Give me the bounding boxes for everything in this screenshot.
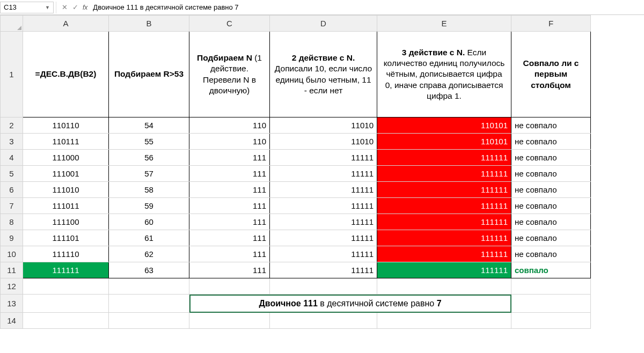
cell-F[interactable]: не совпало [511, 150, 591, 166]
col-header-B[interactable]: B [109, 16, 189, 32]
cell-A[interactable]: 111000 [23, 150, 109, 166]
cell-A[interactable]: 110111 [23, 134, 109, 150]
cell-E[interactable]: 111111 [377, 246, 511, 262]
row-header[interactable]: 7 [1, 198, 23, 214]
cell-D[interactable]: 11010 [270, 117, 377, 134]
cell-D[interactable]: 11111 [270, 214, 377, 230]
cell-D[interactable]: 11111 [270, 166, 377, 182]
formula-input[interactable] [90, 2, 644, 13]
cell-F[interactable]: не совпало [511, 230, 591, 246]
cell-F[interactable]: не совпало [511, 166, 591, 182]
cell-D[interactable]: 11111 [270, 230, 377, 246]
row-header[interactable]: 9 [1, 230, 23, 246]
cell-C[interactable]: 111 [189, 214, 270, 230]
cell-B[interactable]: 58 [109, 182, 189, 198]
cell-E[interactable]: 111111 [377, 214, 511, 230]
cell-D14[interactable] [270, 313, 377, 329]
cell-A13[interactable] [23, 295, 109, 313]
name-box[interactable]: C13 ▼ [0, 2, 54, 13]
cell-C[interactable]: 110 [189, 134, 270, 150]
row-header[interactable]: 4 [1, 150, 23, 166]
cell-A[interactable]: 111110 [23, 246, 109, 262]
cell-B1[interactable]: Подбираем R>53 [109, 32, 189, 117]
cell-A[interactable]: 111010 [23, 182, 109, 198]
cell-D12[interactable] [270, 278, 377, 295]
row-header[interactable]: 8 [1, 214, 23, 230]
cell-F[interactable]: не совпало [511, 182, 591, 198]
cell-F13[interactable] [511, 295, 591, 313]
cell-E1[interactable]: 3 действие с N. Если количество единиц п… [377, 32, 511, 117]
enter-icon[interactable]: ✓ [70, 2, 80, 13]
cell-A[interactable]: 111100 [23, 214, 109, 230]
cell-A[interactable]: 111001 [23, 166, 109, 182]
cell-A1[interactable]: =ДЕС.В.ДВ(B2) [23, 32, 109, 117]
select-all-corner[interactable] [1, 16, 23, 32]
cell-B12[interactable] [109, 278, 189, 295]
cell-E12[interactable] [377, 278, 511, 295]
col-header-F[interactable]: F [511, 16, 591, 32]
cell-E[interactable]: 110101 [377, 117, 511, 134]
cell-D[interactable]: 11111 [270, 198, 377, 214]
cell-A[interactable]: 110110 [23, 117, 109, 134]
cell-C[interactable]: 111 [189, 230, 270, 246]
cell-F[interactable]: совпало [511, 262, 591, 278]
cell-D[interactable]: 11010 [270, 134, 377, 150]
cell-E[interactable]: 111111 [377, 166, 511, 182]
cell-B[interactable]: 55 [109, 134, 189, 150]
row-header[interactable]: 5 [1, 166, 23, 182]
cell-C[interactable]: 111 [189, 166, 270, 182]
cell-E[interactable]: 111111 [377, 182, 511, 198]
cell-E[interactable]: 111111 [377, 150, 511, 166]
cell-D1[interactable]: 2 действие с N. Дописали 10, если число … [270, 32, 377, 117]
cell-C1[interactable]: Подбираем N (1 действие. Перевели N в дв… [189, 32, 270, 117]
cell-F[interactable]: не совпало [511, 117, 591, 134]
row-header[interactable]: 11 [1, 262, 23, 278]
cell-B[interactable]: 59 [109, 198, 189, 214]
cell-B[interactable]: 60 [109, 214, 189, 230]
cell-F14[interactable] [511, 313, 591, 329]
cell-C[interactable]: 111 [189, 150, 270, 166]
cell-B13[interactable] [109, 295, 189, 313]
col-header-D[interactable]: D [270, 16, 377, 32]
col-header-C[interactable]: C [189, 16, 270, 32]
cell-C[interactable]: 111 [189, 246, 270, 262]
cell-C12[interactable] [189, 278, 270, 295]
cell-A[interactable]: 111011 [23, 198, 109, 214]
cell-E[interactable]: 110101 [377, 134, 511, 150]
cell-C13-summary[interactable]: Двоичное 111 в десятичной системе равно … [189, 295, 511, 313]
cell-C[interactable]: 110 [189, 117, 270, 134]
row-header[interactable]: 2 [1, 117, 23, 134]
cell-E[interactable]: 111111 [377, 230, 511, 246]
row-header[interactable]: 3 [1, 134, 23, 150]
cell-B[interactable]: 56 [109, 150, 189, 166]
cell-A[interactable]: 111101 [23, 230, 109, 246]
cell-C14[interactable] [189, 313, 270, 329]
cell-F[interactable]: не совпало [511, 134, 591, 150]
dropdown-icon[interactable]: ▼ [45, 5, 50, 10]
cell-E[interactable]: 111111 [377, 262, 511, 278]
cell-B14[interactable] [109, 313, 189, 329]
row-header-1[interactable]: 1 [1, 32, 23, 117]
cell-A14[interactable] [23, 313, 109, 329]
fx-icon[interactable]: fx [83, 4, 87, 11]
cell-E[interactable]: 111111 [377, 198, 511, 214]
col-header-E[interactable]: E [377, 16, 511, 32]
row-header-14[interactable]: 14 [1, 313, 23, 329]
cell-F1[interactable]: Совпало ли с первым столбцом [511, 32, 591, 117]
cell-E14[interactable] [377, 313, 511, 329]
cell-B[interactable]: 61 [109, 230, 189, 246]
cell-A12[interactable] [23, 278, 109, 295]
cell-F[interactable]: не совпало [511, 198, 591, 214]
cancel-icon[interactable]: ✕ [59, 2, 70, 13]
cell-B[interactable]: 54 [109, 117, 189, 134]
cell-A[interactable]: 111111 [23, 262, 109, 278]
cell-B[interactable]: 62 [109, 246, 189, 262]
row-header[interactable]: 10 [1, 246, 23, 262]
cell-F12[interactable] [511, 278, 591, 295]
row-header[interactable]: 6 [1, 182, 23, 198]
cell-F[interactable]: не совпало [511, 214, 591, 230]
row-header-13[interactable]: 13 [1, 295, 23, 313]
cell-C[interactable]: 111 [189, 262, 270, 278]
cell-B[interactable]: 57 [109, 166, 189, 182]
row-header-12[interactable]: 12 [1, 278, 23, 295]
